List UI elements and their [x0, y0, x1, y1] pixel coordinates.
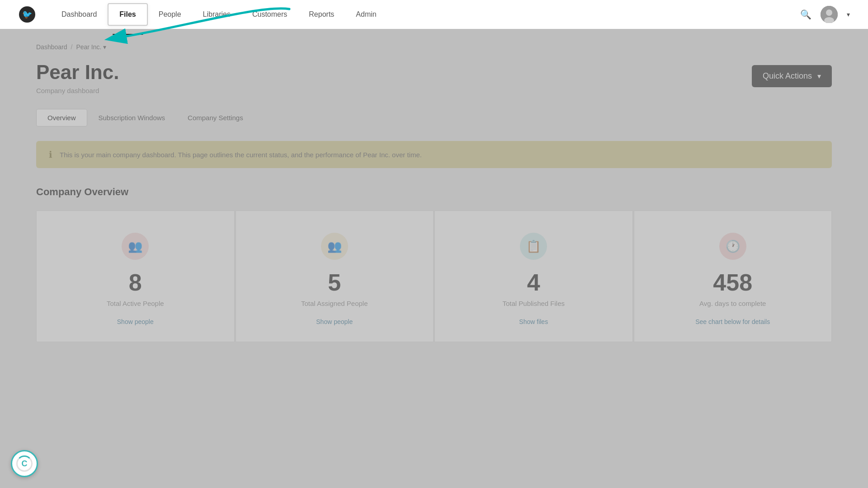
quick-actions-chevron-icon: ▾: [817, 72, 821, 80]
company-overview-heading: Company Overview: [36, 186, 832, 198]
search-icon[interactable]: 🔍: [800, 9, 811, 20]
info-icon: ℹ: [49, 149, 52, 160]
tab-subscription-windows[interactable]: Subscription Windows: [87, 109, 177, 127]
published-files-label: Total Published Files: [502, 300, 565, 307]
nav-item-files[interactable]: Files: [108, 3, 147, 26]
avg-days-icon-glyph: 🕐: [726, 239, 740, 253]
quick-actions-label: Quick Actions: [763, 71, 812, 81]
avg-days-icon: 🕐: [719, 233, 746, 260]
page-header: Pear Inc. Company dashboard Quick Action…: [36, 61, 832, 94]
page-title: Pear Inc.: [36, 61, 119, 83]
published-files-icon: 📋: [520, 233, 547, 260]
breadcrumb-chevron-icon: ▾: [103, 43, 106, 51]
bottom-loader-inner: C: [16, 455, 33, 472]
bottom-loader-label: C: [22, 459, 28, 469]
nav-item-reports[interactable]: Reports: [298, 1, 345, 28]
bottom-loader[interactable]: C: [11, 450, 38, 477]
quick-actions-button[interactable]: Quick Actions ▾: [752, 65, 832, 87]
avg-days-count: 458: [713, 271, 752, 294]
nav-items-list: Dashboard Files People Libraries Custome…: [51, 1, 800, 28]
svg-text:🐦: 🐦: [22, 9, 33, 19]
assigned-people-count: 5: [328, 271, 341, 294]
assigned-people-icon: 👥: [321, 233, 348, 260]
published-files-icon-glyph: 📋: [526, 239, 541, 253]
stat-card-published-files: 📋 4 Total Published Files Show files: [434, 211, 633, 342]
assigned-people-label: Total Assigned People: [301, 300, 368, 307]
info-banner-text: This is your main company dashboard. Thi…: [60, 151, 422, 159]
avg-days-link[interactable]: See chart below for details: [695, 318, 770, 325]
nav-item-libraries[interactable]: Libraries: [192, 1, 241, 28]
assigned-people-icon-glyph: 👥: [327, 239, 342, 253]
info-banner: ℹ This is your main company dashboard. T…: [36, 141, 832, 168]
breadcrumb-current-label: Pear Inc.: [76, 43, 101, 51]
nav-item-admin[interactable]: Admin: [345, 1, 387, 28]
published-files-link[interactable]: Show files: [519, 318, 548, 325]
assigned-people-link[interactable]: Show people: [316, 318, 353, 325]
active-people-label: Total Active People: [107, 300, 164, 307]
page-subtitle: Company dashboard: [36, 87, 119, 94]
published-files-count: 4: [527, 271, 540, 294]
active-people-icon-glyph: 👥: [128, 239, 142, 253]
stat-card-active-people: 👥 8 Total Active People Show people: [36, 211, 235, 342]
breadcrumb-separator: /: [71, 43, 73, 51]
breadcrumb: Dashboard / Pear Inc. ▾: [36, 43, 832, 51]
nav-item-dashboard[interactable]: Dashboard: [51, 1, 108, 28]
tab-overview[interactable]: Overview: [36, 109, 87, 127]
stats-grid: 👥 8 Total Active People Show people 👥 5 …: [36, 211, 832, 342]
svg-point-3: [826, 9, 832, 16]
app-logo[interactable]: 🐦: [18, 5, 36, 23]
stat-card-avg-days: 🕐 458 Avg. days to complete See chart be…: [634, 211, 832, 342]
user-menu-chevron[interactable]: ▾: [847, 11, 850, 18]
nav-item-customers[interactable]: Customers: [241, 1, 298, 28]
tab-company-settings[interactable]: Company Settings: [176, 109, 255, 127]
nav-item-people[interactable]: People: [148, 1, 192, 28]
main-navigation: 🐦 Dashboard Files People Libraries Custo…: [0, 0, 868, 29]
avg-days-label: Avg. days to complete: [699, 300, 766, 307]
stat-card-assigned-people: 👥 5 Total Assigned People Show people: [236, 211, 434, 342]
user-avatar[interactable]: [821, 6, 838, 23]
active-people-count: 8: [129, 271, 142, 294]
nav-right-area: 🔍 ▾: [800, 6, 850, 23]
breadcrumb-current[interactable]: Pear Inc. ▾: [76, 43, 106, 51]
content-tabs: Overview Subscription Windows Company Se…: [36, 109, 832, 127]
page-header-left: Pear Inc. Company dashboard: [36, 61, 119, 94]
active-people-link[interactable]: Show people: [117, 318, 154, 325]
breadcrumb-home[interactable]: Dashboard: [36, 43, 67, 51]
main-content: Dashboard / Pear Inc. ▾ Pear Inc. Compan…: [0, 29, 868, 357]
active-people-icon: 👥: [122, 233, 149, 260]
